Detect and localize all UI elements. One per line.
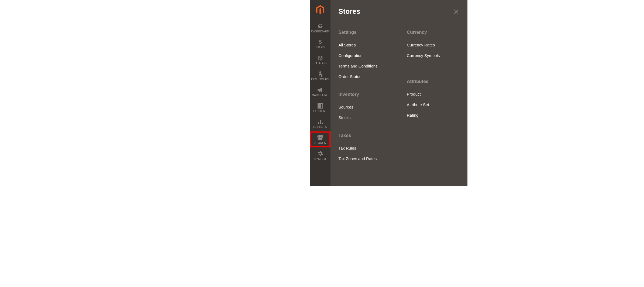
blank-area	[177, 0, 310, 186]
flyout-header: Stores	[339, 7, 459, 16]
link-tax-rules[interactable]: Tax Rules	[339, 146, 391, 150]
group-currency: Currency Currency Rates Currency Symbols	[407, 30, 459, 58]
screenshot-frame: DASHBOARD SALES CATALOG CUSTOMERS	[177, 0, 467, 186]
sidebar-item-dashboard[interactable]: DASHBOARD	[310, 20, 330, 36]
link-currency-rates[interactable]: Currency Rates	[407, 43, 459, 47]
svg-rect-5	[322, 123, 323, 124]
link-tax-zones-and-rates[interactable]: Tax Zones and Rates	[339, 156, 391, 161]
group-taxes: Taxes Tax Rules Tax Zones and Rates	[339, 133, 391, 161]
link-currency-symbols[interactable]: Currency Symbols	[407, 53, 459, 58]
magento-logo-icon	[316, 5, 325, 15]
bar-chart-icon	[317, 119, 323, 125]
group-title: Taxes	[339, 133, 391, 138]
megaphone-icon	[317, 87, 323, 93]
link-order-status[interactable]: Order Status	[339, 74, 391, 79]
sidebar-item-label: CUSTOMERS	[311, 78, 329, 81]
gauge-icon	[317, 23, 323, 29]
dollar-icon	[317, 39, 323, 45]
stores-flyout-panel: Stores Settings All Stores Configuration…	[330, 0, 467, 186]
storefront-icon	[317, 135, 323, 141]
magento-logo[interactable]	[310, 0, 330, 20]
admin-sidebar: DASHBOARD SALES CATALOG CUSTOMERS	[310, 0, 330, 186]
sidebar-item-customers[interactable]: CUSTOMERS	[310, 68, 330, 84]
group-title: Currency	[407, 30, 459, 35]
group-inventory: Inventory Sources Stocks	[339, 92, 391, 120]
link-configuration[interactable]: Configuration	[339, 53, 391, 58]
flyout-column-2: Currency Currency Rates Currency Symbols…	[407, 30, 459, 161]
svg-point-0	[319, 71, 321, 73]
group-attributes: Attributes Product Attribute Set Rating	[407, 79, 459, 117]
admin-area: DASHBOARD SALES CATALOG CUSTOMERS	[310, 0, 467, 186]
link-attribute-set[interactable]: Attribute Set	[407, 102, 459, 107]
svg-rect-4	[320, 120, 321, 124]
link-sources[interactable]: Sources	[339, 105, 391, 109]
flyout-columns: Settings All Stores Configuration Terms …	[339, 30, 459, 161]
sidebar-item-label: STORES	[314, 142, 326, 144]
layout-icon	[317, 103, 323, 109]
sidebar-item-system[interactable]: SYSTEM	[310, 147, 330, 163]
sidebar-item-catalog[interactable]: CATALOG	[310, 52, 330, 68]
link-product[interactable]: Product	[407, 92, 459, 96]
sidebar-item-reports[interactable]: REPORTS	[310, 116, 330, 131]
link-rating[interactable]: Rating	[407, 113, 459, 117]
box-icon	[317, 55, 323, 61]
svg-rect-3	[318, 122, 319, 124]
gear-icon	[317, 151, 323, 157]
person-icon	[317, 71, 323, 77]
flyout-column-1: Settings All Stores Configuration Terms …	[339, 30, 391, 161]
sidebar-item-stores[interactable]: STORES	[310, 131, 330, 147]
link-terms-and-conditions[interactable]: Terms and Conditions	[339, 64, 391, 68]
sidebar-item-label: CONTENT	[313, 110, 327, 113]
close-button[interactable]	[453, 9, 459, 15]
sidebar-item-label: SYSTEM	[314, 158, 326, 160]
group-title: Attributes	[407, 79, 459, 84]
group-title: Inventory	[339, 92, 391, 97]
group-settings: Settings All Stores Configuration Terms …	[339, 30, 391, 79]
close-icon	[454, 9, 459, 14]
link-all-stores[interactable]: All Stores	[339, 43, 391, 47]
sidebar-item-label: SALES	[316, 46, 325, 49]
svg-rect-2	[319, 104, 321, 107]
flyout-title: Stores	[339, 7, 360, 16]
sidebar-item-label: MARKETING	[312, 94, 328, 97]
sidebar-item-content[interactable]: CONTENT	[310, 100, 330, 116]
sidebar-item-label: DASHBOARD	[311, 30, 329, 33]
sidebar-item-label: REPORTS	[313, 126, 327, 129]
sidebar-item-sales[interactable]: SALES	[310, 36, 330, 52]
sidebar-item-label: CATALOG	[314, 62, 326, 65]
sidebar-item-marketing[interactable]: MARKETING	[310, 84, 330, 100]
link-stocks[interactable]: Stocks	[339, 115, 391, 120]
group-title: Settings	[339, 30, 391, 35]
